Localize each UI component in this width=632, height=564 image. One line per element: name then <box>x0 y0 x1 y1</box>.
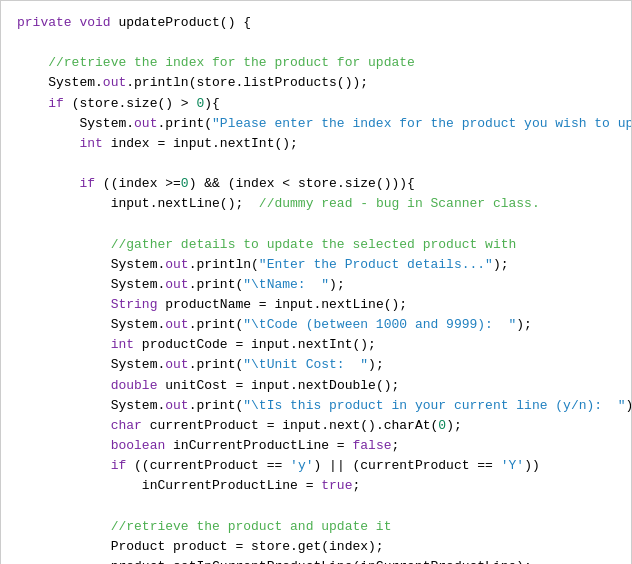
code-editor: private void updateProduct() { //retriev… <box>0 0 632 564</box>
code-content: private void updateProduct() { //retriev… <box>17 13 615 564</box>
